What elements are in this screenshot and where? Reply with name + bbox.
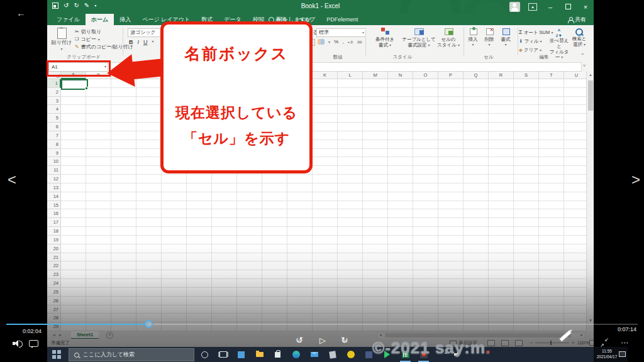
cell-N11[interactable] xyxy=(388,166,413,175)
cell-G13[interactable] xyxy=(212,184,237,192)
cell-N12[interactable] xyxy=(388,175,413,184)
cell-A28[interactable] xyxy=(61,314,86,322)
cell-D16[interactable] xyxy=(136,209,162,218)
cell-N26[interactable] xyxy=(388,297,413,305)
increase-decimal-button[interactable]: +.0 xyxy=(347,40,353,44)
row-header-18[interactable]: 18 xyxy=(47,227,61,236)
cell-L19[interactable] xyxy=(338,236,363,244)
column-header-Q[interactable]: Q xyxy=(464,72,489,79)
cell-A8[interactable] xyxy=(61,140,86,149)
cell-U9[interactable] xyxy=(564,149,586,158)
cell-H19[interactable] xyxy=(237,236,262,244)
cell-C2[interactable] xyxy=(111,88,136,97)
cell-U7[interactable] xyxy=(564,131,586,140)
cell-O1[interactable] xyxy=(413,79,438,88)
row-header-25[interactable]: 25 xyxy=(47,288,61,297)
cell-P10[interactable] xyxy=(438,157,464,166)
cell-T3[interactable] xyxy=(539,97,564,106)
cell-N25[interactable] xyxy=(388,288,413,297)
more-options-icon[interactable]: ··· xyxy=(621,340,629,346)
cell-I14[interactable] xyxy=(262,192,287,201)
edge-taskbar-icon[interactable] xyxy=(287,347,305,362)
cell-F28[interactable] xyxy=(187,314,212,322)
bold-button[interactable]: B xyxy=(129,39,133,45)
cell-B28[interactable] xyxy=(86,314,111,322)
cell-B15[interactable] xyxy=(86,201,111,210)
row-header-1[interactable]: 1 xyxy=(47,79,61,88)
cell-U27[interactable] xyxy=(564,305,586,314)
cell-K2[interactable] xyxy=(313,88,338,97)
subtitles-icon[interactable] xyxy=(29,340,38,347)
cell-J15[interactable] xyxy=(287,201,313,210)
cell-P16[interactable] xyxy=(438,209,464,218)
cell-K1[interactable] xyxy=(313,79,338,88)
cell-D20[interactable] xyxy=(136,244,162,253)
cell-M8[interactable] xyxy=(363,140,388,149)
cell-D23[interactable] xyxy=(136,270,162,279)
cell-R5[interactable] xyxy=(489,114,514,123)
cell-U13[interactable] xyxy=(564,184,586,192)
cell-L21[interactable] xyxy=(338,253,363,262)
cell-N14[interactable] xyxy=(388,192,413,201)
column-header-P[interactable]: P xyxy=(438,72,464,79)
selected-cell-a1[interactable] xyxy=(61,79,88,90)
play-icon[interactable]: ▷ xyxy=(319,336,326,345)
cell-S27[interactable] xyxy=(514,305,539,314)
cell-O11[interactable] xyxy=(413,166,438,175)
vertical-scrollbar[interactable]: ▲ ▼ xyxy=(586,72,594,331)
scroll-up-icon[interactable]: ▲ xyxy=(589,73,592,77)
cell-H21[interactable] xyxy=(237,253,262,262)
cell-O27[interactable] xyxy=(413,305,438,314)
cell-N5[interactable] xyxy=(388,114,413,123)
cell-F25[interactable] xyxy=(187,288,212,297)
cell-P26[interactable] xyxy=(438,297,464,305)
cell-A7[interactable] xyxy=(61,131,86,140)
cell-O19[interactable] xyxy=(413,236,438,244)
cell-Q6[interactable] xyxy=(464,123,489,131)
cell-P8[interactable] xyxy=(438,140,464,149)
cell-P7[interactable] xyxy=(438,131,464,140)
cell-K18[interactable] xyxy=(313,227,338,236)
cell-L17[interactable] xyxy=(338,218,363,227)
cell-F23[interactable] xyxy=(187,270,212,279)
cell-Q11[interactable] xyxy=(464,166,489,175)
cell-Q8[interactable] xyxy=(464,140,489,149)
cell-D21[interactable] xyxy=(136,253,162,262)
cell-S17[interactable] xyxy=(514,218,539,227)
cell-D2[interactable] xyxy=(136,88,162,97)
cell-T20[interactable] xyxy=(539,244,564,253)
cell-D26[interactable] xyxy=(136,297,162,305)
cell-D15[interactable] xyxy=(136,201,162,210)
formula-bar-expand-icon[interactable]: ˅ xyxy=(583,63,586,68)
cell-O12[interactable] xyxy=(413,175,438,184)
cell-O16[interactable] xyxy=(413,209,438,218)
cell-U6[interactable] xyxy=(564,123,586,131)
cell-L22[interactable] xyxy=(338,261,363,270)
cell-D25[interactable] xyxy=(136,288,162,297)
cell-C26[interactable] xyxy=(111,297,136,305)
cell-P15[interactable] xyxy=(438,201,464,210)
cell-J25[interactable] xyxy=(287,288,313,297)
cell-Q20[interactable] xyxy=(464,244,489,253)
cell-A10[interactable] xyxy=(61,157,86,166)
row-header-5[interactable]: 5 xyxy=(47,114,61,123)
cell-J17[interactable] xyxy=(287,218,313,227)
cell-M20[interactable] xyxy=(363,244,388,253)
cell-M1[interactable] xyxy=(363,79,388,88)
cell-O7[interactable] xyxy=(413,131,438,140)
cell-R6[interactable] xyxy=(489,123,514,131)
forward-30-icon[interactable]: ↻30 xyxy=(341,335,348,345)
column-header-O[interactable]: O xyxy=(413,72,438,79)
cell-D6[interactable] xyxy=(136,123,162,131)
column-header-K[interactable]: K xyxy=(313,72,338,79)
cell-B27[interactable] xyxy=(86,305,111,314)
cell-C27[interactable] xyxy=(111,305,136,314)
start-button[interactable] xyxy=(52,350,61,359)
cell-O18[interactable] xyxy=(413,227,438,236)
cell-M27[interactable] xyxy=(363,305,388,314)
cell-O6[interactable] xyxy=(413,123,438,131)
cell-C9[interactable] xyxy=(111,149,136,158)
cell-K26[interactable] xyxy=(313,297,338,305)
row-header-23[interactable]: 23 xyxy=(47,270,61,279)
cell-L26[interactable] xyxy=(338,297,363,305)
